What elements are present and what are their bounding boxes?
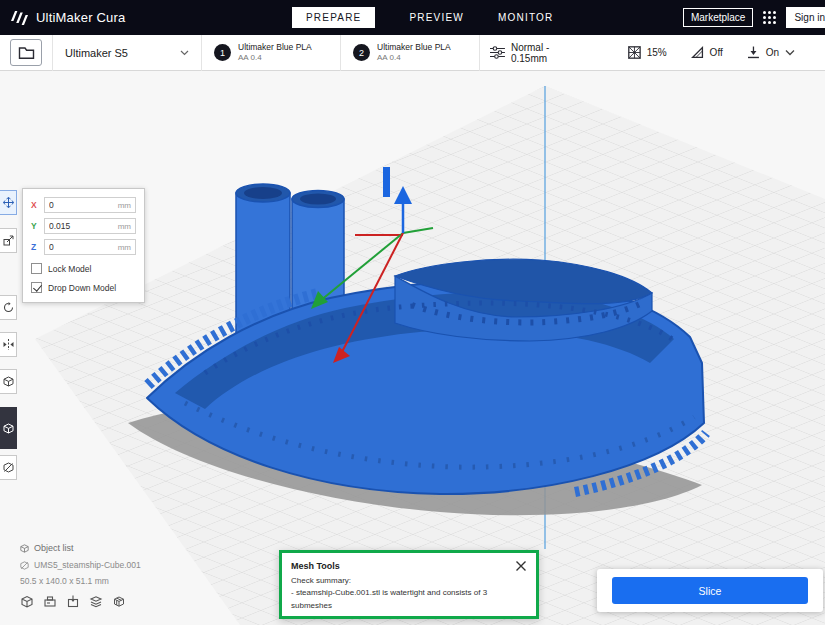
x-axis-label: X	[31, 200, 39, 210]
z-axis-bar[interactable]	[383, 167, 390, 197]
chevron-down-icon[interactable]	[785, 49, 795, 56]
dialog-header: Mesh Tools	[282, 553, 536, 574]
print-settings-summary[interactable]: Normal - 0.15mm 15% Off On	[480, 35, 825, 70]
extruder-1-material: Ultimaker Blue PLA	[238, 42, 312, 53]
app-header: UltiMaker Cura PREPARE PREVIEW MONITOR M…	[0, 0, 825, 35]
tool-mirror-button[interactable]	[0, 332, 17, 357]
printer-button[interactable]	[43, 595, 57, 608]
extruder-1-badge: 1	[214, 44, 231, 61]
object-list-toolbar	[20, 595, 141, 608]
scale-icon	[3, 235, 14, 246]
action-panel: Slice	[597, 569, 823, 612]
configuration-toolbar: Ultimaker S5 1 Ultimaker Blue PLA AA 0.4…	[0, 35, 825, 71]
tool-per-model-settings-button[interactable]	[0, 369, 17, 394]
z-position-row: Z mm	[31, 239, 136, 255]
dialog-title: Mesh Tools	[291, 561, 340, 571]
object-list-toggle[interactable]: Object list	[20, 543, 141, 553]
chevron-down-icon	[180, 50, 189, 56]
header-right-group: Marketplace Sign in	[683, 0, 825, 35]
lock-model-checkbox[interactable]	[31, 263, 42, 274]
tool-rotate-button[interactable]	[0, 295, 17, 320]
export-model-button[interactable]	[66, 595, 80, 608]
printer-icon	[43, 595, 57, 608]
move-tool-panel: X mm Y mm Z mm Lock Model Drop Down Mode…	[22, 188, 145, 303]
tool-scale-button[interactable]	[0, 228, 17, 253]
tab-monitor[interactable]: MONITOR	[498, 12, 553, 23]
dialog-body: Check summary: - steamship-Cube.001.stl …	[282, 574, 536, 618]
layers-button[interactable]	[89, 595, 103, 608]
viewport-3d-scene	[0, 71, 825, 625]
adhesion-icon	[747, 46, 760, 59]
lock-model-label: Lock Model	[48, 264, 91, 274]
workflow-tabs: PREPARE PREVIEW MONITOR	[292, 0, 553, 35]
tool-mesh-tools-button[interactable]	[0, 407, 17, 449]
check-summary-line: - steamship-Cube.001.stl is watertight a…	[291, 587, 527, 612]
tool-support-blocker-button[interactable]	[0, 455, 17, 480]
model-cube-button[interactable]	[20, 595, 34, 608]
printer-name: Ultimaker S5	[65, 47, 128, 59]
z-axis-label: Z	[31, 242, 39, 252]
mesh-cube-button[interactable]	[112, 595, 126, 608]
extruder-2-nozzle: AA 0.4	[377, 53, 451, 63]
x-position-input[interactable]	[49, 200, 101, 210]
infill-value: 15%	[647, 47, 667, 58]
printer-selector[interactable]: Ultimaker S5	[53, 35, 201, 70]
tool-move-button[interactable]	[0, 190, 17, 215]
z-position-input[interactable]	[49, 242, 101, 252]
lock-model-row: Lock Model	[31, 263, 136, 274]
extruder-1-selector[interactable]: 1 Ultimaker Blue PLA AA 0.4	[202, 35, 340, 70]
slice-button[interactable]: Slice	[612, 577, 808, 604]
object-list-icon	[20, 544, 29, 553]
x-position-row: X mm	[31, 197, 136, 213]
model-item-icon	[20, 561, 29, 570]
layers-icon	[89, 595, 103, 608]
apps-grid-icon[interactable]	[763, 11, 776, 24]
extruder-1-nozzle: AA 0.4	[238, 53, 312, 63]
model-cube-icon	[20, 595, 34, 608]
mesh-tools-icon	[3, 423, 14, 434]
ultimaker-logo-icon	[10, 10, 28, 26]
support-blocker-icon	[3, 462, 14, 473]
extruder-2-selector[interactable]: 2 Ultimaker Blue PLA AA 0.4	[341, 35, 479, 70]
y-position-row: Y mm	[31, 218, 136, 234]
drop-down-model-label: Drop Down Model	[48, 283, 116, 293]
x-unit-label: mm	[118, 201, 131, 210]
infill-icon	[628, 46, 641, 59]
object-list-title: Object list	[34, 543, 74, 553]
object-list-panel: Object list UMS5_steamship-Cube.001 50.5…	[20, 543, 141, 608]
app-title: UltiMaker Cura	[36, 10, 125, 25]
tab-prepare[interactable]: PREPARE	[292, 7, 375, 28]
adhesion-value: On	[766, 47, 779, 58]
export-icon	[66, 595, 80, 608]
object-list-item[interactable]: UMS5_steamship-Cube.001	[20, 560, 141, 570]
mirror-icon	[3, 339, 14, 350]
extruder-1-config: Ultimaker Blue PLA AA 0.4	[238, 42, 312, 63]
extruder-2-config: Ultimaker Blue PLA AA 0.4	[377, 42, 451, 63]
close-icon[interactable]	[515, 560, 527, 572]
mesh-tools-dialog: Mesh Tools Check summary: - steamship-Cu…	[279, 550, 539, 619]
y-unit-label: mm	[118, 222, 131, 231]
marketplace-button[interactable]: Marketplace	[683, 8, 753, 27]
move-icon	[3, 197, 14, 208]
support-icon	[691, 46, 704, 59]
z-unit-label: mm	[118, 243, 131, 252]
y-position-input[interactable]	[49, 221, 101, 231]
open-file-button[interactable]	[10, 39, 42, 66]
mesh-cube-icon	[112, 595, 126, 608]
check-summary-label: Check summary:	[291, 575, 527, 587]
y-axis-label: Y	[31, 221, 39, 231]
support-value: Off	[710, 47, 723, 58]
tab-preview[interactable]: PREVIEW	[409, 12, 464, 23]
folder-icon	[18, 45, 35, 60]
object-item-name: UMS5_steamship-Cube.001	[34, 560, 141, 570]
drop-down-model-row: Drop Down Model	[31, 282, 136, 293]
extruder-2-badge: 2	[353, 44, 370, 61]
sign-in-button[interactable]: Sign in	[786, 7, 825, 28]
viewport[interactable]	[0, 71, 825, 625]
profile-value: Normal - 0.15mm	[511, 42, 588, 64]
extruder-2-material: Ultimaker Blue PLA	[377, 42, 451, 53]
object-dimensions: 50.5 x 140.0 x 51.1 mm	[20, 576, 141, 586]
rotate-icon	[3, 302, 14, 313]
drop-down-model-checkbox[interactable]	[31, 282, 42, 293]
per-model-settings-icon	[3, 376, 14, 387]
